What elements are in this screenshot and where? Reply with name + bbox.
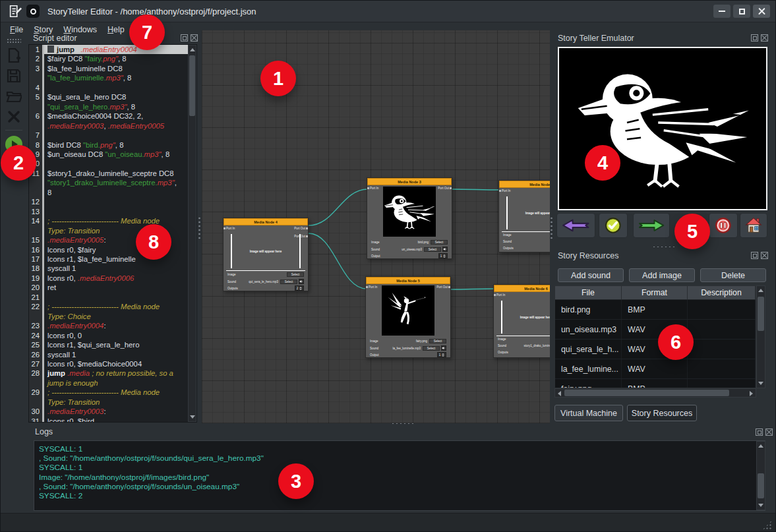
table-cell[interactable]: bird.png: [555, 300, 622, 319]
logs-output[interactable]: SYSCALL: 1, Sound: "/home/anthony/ostpro…: [34, 440, 765, 511]
script-editor-scrollbar[interactable]: [188, 45, 196, 422]
code-row[interactable]: 28jump .media ; no return possible, so a: [29, 369, 196, 378]
logs-scrollbar[interactable]: [756, 441, 765, 510]
table-hscrollbar[interactable]: [554, 388, 756, 398]
add-sound-button[interactable]: Add sound: [558, 268, 624, 282]
table-row[interactable]: la_fee_lumine...WAV: [555, 359, 756, 379]
table-vscrollbar[interactable]: [756, 285, 765, 388]
tab-story-resources[interactable]: Story Resources: [627, 405, 697, 421]
code-row[interactable]: 10: [29, 159, 196, 168]
code-row[interactable]: 19lcons r0, .mediaEntry0006: [29, 274, 196, 283]
code-row[interactable]: 18syscall 1: [29, 264, 196, 273]
code-row[interactable]: Type: Transition: [29, 226, 196, 235]
table-cell[interactable]: [688, 320, 756, 339]
outputs-spinner[interactable]: 2: [295, 285, 304, 291]
table-cell[interactable]: BMP: [622, 300, 688, 319]
menu-file[interactable]: File: [5, 24, 28, 36]
port-out[interactable]: Port Out: [438, 187, 449, 190]
code-row[interactable]: 8: [29, 188, 196, 197]
table-header[interactable]: File Format Description: [555, 286, 756, 300]
toolbar-drag-handle[interactable]: [7, 38, 21, 43]
column-description[interactable]: Description: [688, 286, 756, 299]
code-row[interactable]: 30.mediaEntry0003:: [29, 407, 196, 416]
code-row[interactable]: "qui_sera_le_hero.mp3", 8: [29, 102, 196, 111]
code-row[interactable]: 29; --------------------------- Media no…: [29, 388, 196, 397]
media-node-2[interactable]: Media Node 2 Port In Image will appear h…: [498, 180, 550, 252]
code-row[interactable]: 4: [29, 83, 196, 92]
media-node-5[interactable]: Media Node 5 Port In Port Out Image fair…: [365, 276, 451, 358]
splitter-handle[interactable]: [652, 245, 676, 249]
home-button[interactable]: [740, 213, 767, 238]
sound-select-button[interactable]: Select: [280, 280, 297, 284]
resources-table[interactable]: File Format Description bird.pngBMPun_oi…: [554, 285, 756, 388]
outputs-spinner[interactable]: 1: [437, 352, 446, 357]
node-graph-canvas[interactable]: Media Node 4 Port In Port Out Port Out I…: [202, 30, 550, 423]
table-row[interactable]: fairy.pngBMP: [555, 379, 756, 388]
code-row[interactable]: jump is enough: [29, 378, 196, 388]
port-in[interactable]: Port In: [226, 227, 235, 230]
image-select-button[interactable]: Select: [431, 240, 448, 245]
node-title[interactable]: Media Node 6: [494, 285, 550, 292]
code-row[interactable]: Type: Transition: [29, 398, 196, 407]
close-panel-icon[interactable]: [765, 429, 773, 436]
node-title[interactable]: Media Node 2: [499, 181, 550, 188]
port-in[interactable]: Port In: [369, 285, 377, 289]
table-row[interactable]: bird.pngBMP: [555, 300, 756, 320]
code-row[interactable]: 7: [29, 131, 196, 140]
code-row[interactable]: 25lcons r1, $qui_sera_le_hero: [29, 340, 196, 349]
resize-grip[interactable]: [762, 520, 772, 530]
column-file[interactable]: File: [555, 286, 622, 299]
splitter-handle[interactable]: [198, 216, 201, 240]
code-row[interactable]: 9$un_oiseau DC8 "un_oiseau.mp3", 8: [29, 150, 196, 159]
table-cell[interactable]: [688, 340, 756, 359]
code-row[interactable]: 27lcons r0, $mediaChoice0004: [29, 359, 196, 369]
splitter-handle[interactable]: [550, 216, 553, 240]
table-cell[interactable]: BMP: [622, 379, 688, 388]
port-in[interactable]: Port In: [370, 187, 378, 190]
code-row[interactable]: 31lcons r0, $bird: [29, 417, 196, 423]
port-in[interactable]: Port In: [496, 293, 505, 297]
code-row[interactable]: 11$story1_drako_luminelle_sceptre DC8: [29, 169, 196, 178]
table-cell[interactable]: un_oiseau.mp3: [555, 320, 622, 339]
table-cell[interactable]: qui_sera_le_h...: [555, 340, 622, 359]
code-row[interactable]: 26syscall 1: [29, 350, 196, 359]
code-row[interactable]: 21: [29, 293, 196, 302]
float-panel-icon[interactable]: [756, 429, 763, 436]
sound-select-button[interactable]: Select: [424, 247, 441, 252]
table-row[interactable]: un_oiseau.mp3WAV: [555, 320, 756, 340]
new-document-icon[interactable]: [6, 47, 22, 63]
port-in[interactable]: Port In: [502, 189, 510, 192]
code-row[interactable]: 14; --------------------------- Media no…: [29, 216, 196, 225]
close-button[interactable]: [753, 5, 770, 18]
table-cell[interactable]: WAV: [622, 359, 688, 378]
table-row[interactable]: qui_sera_le_h...WAV: [555, 340, 756, 359]
code-row[interactable]: "story1_drako_luminelle_sceptre.mp3",: [29, 178, 196, 187]
table-cell[interactable]: [688, 379, 756, 388]
table-cell[interactable]: [688, 300, 756, 319]
code-row[interactable]: 12: [29, 197, 196, 206]
media-node-6[interactable]: Media Node 6 Port In Image will appear h…: [493, 284, 550, 358]
close-project-icon[interactable]: [6, 109, 22, 125]
speaker-icon[interactable]: [441, 345, 446, 351]
code-row[interactable]: 16lcons r0, $fairy: [29, 245, 196, 254]
delete-button[interactable]: Delete: [700, 268, 766, 282]
code-row[interactable]: 3$la_fee_luminelle DC8: [29, 64, 196, 73]
add-image-button[interactable]: Add image: [629, 268, 695, 282]
code-row[interactable]: .mediaEntry0003, .mediaEntry0005: [29, 121, 196, 131]
code-row[interactable]: 8$bird DC8 "bird.png", 8: [29, 140, 196, 150]
float-panel-icon[interactable]: [181, 34, 188, 42]
close-panel-icon[interactable]: [191, 34, 198, 42]
code-row[interactable]: 13: [29, 207, 196, 216]
code-row[interactable]: "la_fee_luminelle.mp3", 8: [29, 73, 196, 82]
code-row[interactable]: 24lcons r0, 0: [29, 331, 196, 340]
next-button[interactable]: [633, 213, 670, 238]
close-panel-icon[interactable]: [761, 34, 768, 42]
sound-select-button[interactable]: Select: [423, 346, 440, 351]
image-select-button[interactable]: Select: [287, 272, 304, 277]
code-row[interactable]: 5$qui_sera_le_hero DC8: [29, 92, 196, 102]
code-row[interactable]: 6$mediaChoice0004 DC32, 2,: [29, 111, 196, 121]
speaker-icon[interactable]: [299, 279, 304, 284]
port-out[interactable]: Port Out: [436, 285, 448, 289]
code-row[interactable]: 20ret: [29, 283, 196, 292]
code-row[interactable]: Type: Choice: [29, 312, 196, 321]
